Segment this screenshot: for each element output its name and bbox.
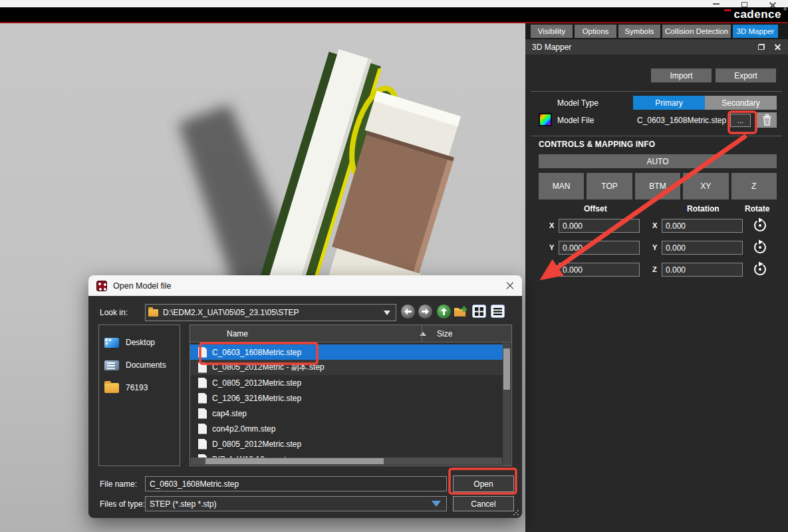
- up-one-level-icon[interactable]: [437, 305, 451, 319]
- y-axis-row: Y Y: [525, 241, 788, 255]
- tab-options[interactable]: Options: [575, 25, 616, 38]
- controls-mapping-header: CONTROLS & MAPPING INFO: [539, 140, 655, 149]
- close-panel-icon[interactable]: [774, 43, 781, 51]
- man-button[interactable]: MAN: [539, 173, 584, 200]
- new-folder-icon[interactable]: [454, 305, 467, 319]
- place-folder-76193[interactable]: 76193: [104, 380, 148, 396]
- allegro-app-icon: [96, 281, 107, 291]
- tab-symbols[interactable]: Symbols: [618, 25, 660, 38]
- file-row[interactable]: D_0805_2012Metric.step: [190, 436, 503, 452]
- model-type-secondary[interactable]: Secondary: [705, 96, 777, 110]
- file-list-pane: Name Size C_0603_1608Metric.step C_0805_…: [190, 325, 512, 466]
- look-in-combobox[interactable]: D:\EDM2.X_UAT\05\05_23.1\05\STEP: [145, 304, 396, 321]
- open-button[interactable]: Open: [453, 475, 514, 492]
- file-name-label: File name:: [100, 479, 137, 489]
- rotation-x-input[interactable]: [662, 219, 743, 233]
- file-row[interactable]: C_1206_3216Metric.step: [190, 390, 503, 406]
- place-documents[interactable]: Documents: [104, 357, 166, 373]
- tab-3d-mapper[interactable]: 3D Mapper: [733, 25, 778, 38]
- delete-model-icon[interactable]: [757, 112, 777, 128]
- file-row[interactable]: con4p2.0mm.step: [190, 421, 503, 436]
- forward-icon[interactable]: [418, 305, 432, 319]
- z-button[interactable]: Z: [731, 173, 777, 200]
- file-row[interactable]: C_0805_2012Metric - 副本.step: [190, 360, 503, 375]
- dialog-titlebar[interactable]: Open Model file: [88, 275, 522, 296]
- files-of-type-value: STEP (*.step *.stp): [150, 499, 216, 509]
- look-in-path: D:\EDM2.X_UAT\05\05_23.1\05\STEP: [163, 308, 299, 317]
- rotate-header: Rotate: [745, 204, 769, 213]
- tab-visibility[interactable]: Visibility: [531, 25, 573, 38]
- column-size[interactable]: Size: [437, 329, 452, 338]
- offset-z-input[interactable]: [559, 263, 640, 277]
- file-row[interactable]: cap4.step: [190, 406, 503, 421]
- model-type-label: Model Type: [557, 98, 598, 108]
- trash-icon: [762, 114, 772, 126]
- rotation-x-label: X: [652, 221, 657, 229]
- minimize-icon[interactable]: [713, 3, 720, 5]
- rotation-y-label: Y: [652, 243, 657, 251]
- dialog-close-icon[interactable]: [505, 281, 514, 290]
- file-row-selected[interactable]: C_0603_1608Metric.step: [190, 344, 503, 360]
- export-button[interactable]: Export: [716, 68, 776, 82]
- file-name: D_0805_2012Metric.step: [212, 440, 301, 449]
- top-button[interactable]: TOP: [587, 173, 632, 200]
- model-color-swatch[interactable]: [539, 113, 552, 126]
- horizontal-scrollbar[interactable]: [191, 458, 502, 465]
- panel-header: 3D Mapper: [525, 39, 788, 55]
- import-button[interactable]: Import: [651, 68, 712, 82]
- vertical-scrollbar[interactable]: [503, 343, 511, 466]
- z-axis-row: Z Z: [525, 263, 788, 277]
- file-name: C_0805_2012Metric - 副本.step: [212, 362, 325, 373]
- file-name: con4p2.0mm.step: [212, 424, 275, 434]
- rotation-z-label: Z: [652, 265, 657, 273]
- model-file-value: C_0603_1608Metric.step: [637, 116, 726, 125]
- scrollbar-thumb[interactable]: [503, 348, 510, 390]
- file-icon: [198, 424, 207, 434]
- file-name: C_0805_2012Metric.step: [212, 378, 301, 388]
- right-dock-panel: Visibility Options Symbols Collision Det…: [525, 23, 788, 532]
- rotate-z-icon[interactable]: [751, 261, 769, 279]
- files-of-type-label: Files of type:: [100, 499, 145, 509]
- xy-button[interactable]: XY: [683, 173, 728, 200]
- maximize-icon[interactable]: [741, 2, 747, 7]
- list-view-icon[interactable]: [491, 305, 505, 318]
- chevron-down-icon: [432, 501, 441, 507]
- resize-grip[interactable]: [513, 509, 519, 516]
- float-panel-icon[interactable]: [758, 44, 765, 50]
- file-row[interactable]: C_0805_2012Metric.step: [190, 375, 503, 390]
- file-icon: [198, 408, 207, 419]
- files-of-type-combobox[interactable]: STEP (*.step *.stp): [145, 496, 447, 511]
- chevron-down-icon: [384, 311, 390, 315]
- rotation-y-input[interactable]: [662, 241, 743, 255]
- panel-title: 3D Mapper: [532, 43, 571, 52]
- cancel-button[interactable]: Cancel: [453, 496, 514, 511]
- file-list-header: Name Size: [190, 325, 511, 342]
- sort-ascending-icon: [420, 332, 426, 336]
- divider: [531, 136, 782, 136]
- documents-icon: [104, 360, 119, 370]
- btm-button[interactable]: BTM: [635, 173, 680, 200]
- file-name-input[interactable]: [145, 476, 447, 491]
- rotate-y-icon[interactable]: [751, 239, 769, 257]
- browse-model-file-button[interactable]: ...: [730, 114, 751, 127]
- auto-button[interactable]: AUTO: [539, 154, 777, 168]
- back-icon[interactable]: [401, 305, 415, 319]
- grid-view-icon[interactable]: [472, 305, 486, 318]
- cadence-logo: cadence: [733, 8, 781, 21]
- divider: [531, 91, 782, 92]
- file-icon: [198, 439, 207, 450]
- rotate-x-icon[interactable]: [751, 217, 769, 235]
- brand-bar: cadence ®: [0, 7, 788, 22]
- column-name[interactable]: Name: [227, 329, 248, 338]
- model-type-primary[interactable]: Primary: [633, 96, 705, 110]
- offset-x-input[interactable]: [559, 219, 640, 233]
- file-name: cap4.step: [212, 409, 247, 418]
- dialog-body: Look in: D:\EDM2.X_UAT\05\05_23.1\05\STE…: [88, 296, 522, 518]
- place-desktop[interactable]: Desktop: [104, 334, 155, 350]
- tab-collision-detection[interactable]: Collision Detection: [662, 25, 731, 38]
- rotation-z-input[interactable]: [662, 263, 743, 277]
- scrollbar-thumb[interactable]: [205, 458, 384, 464]
- look-in-label: Look in:: [100, 308, 128, 317]
- offset-y-input[interactable]: [559, 241, 640, 255]
- offset-header: Offset: [584, 204, 607, 213]
